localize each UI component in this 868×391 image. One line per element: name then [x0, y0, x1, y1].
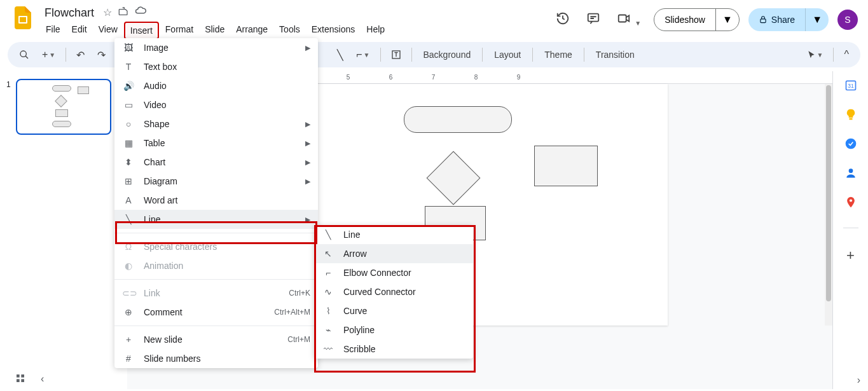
insert-item-word-art[interactable]: AWord art — [114, 191, 318, 210]
table-icon: ▦ — [122, 138, 135, 148]
doc-title[interactable]: Flowchart — [41, 5, 98, 21]
insert-item-new-slide[interactable]: +New slideCtrl+M — [114, 330, 318, 349]
undo-button[interactable]: ↶ — [71, 45, 90, 65]
insert-item-line[interactable]: ╲Line▶ — [114, 210, 318, 229]
insert-item-video[interactable]: ▭Video — [114, 95, 318, 114]
share-caret[interactable]: ▼ — [805, 8, 829, 31]
shape-diamond[interactable] — [427, 151, 481, 205]
svg-point-12 — [849, 199, 851, 202]
line-item-line[interactable]: ╲Line — [314, 225, 473, 244]
menu-edit[interactable]: Edit — [67, 22, 92, 39]
slideshow-button[interactable]: Slideshow — [654, 9, 715, 31]
slideshow-caret[interactable]: ▼ — [715, 9, 739, 31]
keep-app-icon[interactable] — [844, 108, 857, 121]
line-item-arrow[interactable]: ↖Arrow — [314, 244, 473, 263]
add-apps-icon[interactable]: + — [846, 247, 855, 264]
theme-button[interactable]: Theme — [538, 46, 579, 64]
contacts-app-icon[interactable] — [844, 167, 857, 179]
wordart-icon: A — [122, 195, 135, 205]
new-slide-button[interactable]: +▼ — [37, 45, 60, 64]
line-item-scribble[interactable]: 〰Scribble — [314, 340, 473, 359]
slides-logo[interactable] — [10, 5, 36, 31]
textbox-tool[interactable] — [386, 46, 406, 64]
collapse-icon[interactable]: ^ — [839, 45, 854, 64]
redo-button[interactable]: ↷ — [92, 45, 111, 65]
line-type-icon: 〰 — [322, 344, 334, 354]
insert-item-animation: ◐Animation — [114, 256, 318, 275]
menu-help[interactable]: Help — [361, 22, 390, 39]
search-icon[interactable] — [14, 46, 34, 64]
line-type-icon: ⌁ — [322, 325, 334, 335]
submenu-arrow-icon: ▶ — [305, 44, 310, 52]
calendar-app-icon[interactable]: 31 — [844, 79, 857, 92]
cloud-icon[interactable] — [135, 6, 146, 19]
menu-insert[interactable]: Insert — [124, 22, 159, 39]
star-icon[interactable]: ☆ — [103, 6, 112, 19]
prev-slide-icon[interactable]: ‹ — [41, 373, 44, 386]
anim-icon: ◐ — [122, 261, 135, 271]
menu-file[interactable]: File — [41, 22, 65, 39]
insert-item-comment[interactable]: ⊕CommentCtrl+Alt+M — [114, 303, 318, 322]
insert-item-chart[interactable]: ⬍Chart▶ — [114, 153, 318, 172]
menu-tools[interactable]: Tools — [274, 22, 305, 39]
submenu-arrow-icon: ▶ — [305, 216, 310, 224]
svg-rect-15 — [17, 379, 20, 382]
menu-arrange[interactable]: Arrange — [231, 22, 273, 39]
insert-item-slide-numbers[interactable]: #Slide numbers — [114, 349, 318, 368]
line-item-curved-connector[interactable]: ∿Curved Connector — [314, 282, 473, 301]
line-item-polyline[interactable]: ⌁Polyline — [314, 320, 473, 340]
svg-rect-9 — [849, 118, 852, 120]
slide-thumbnail-1[interactable] — [16, 79, 111, 135]
svg-rect-2 — [588, 14, 599, 22]
plus-icon: + — [122, 334, 135, 345]
maps-app-icon[interactable] — [844, 196, 857, 209]
chart-icon: ⬍ — [122, 157, 135, 167]
submenu-arrow-icon: ▶ — [305, 177, 310, 186]
insert-item-text-box[interactable]: TText box — [114, 57, 318, 76]
shape-rectangle[interactable] — [534, 146, 598, 186]
insert-item-audio[interactable]: 🔊Audio — [114, 76, 318, 95]
insert-item-special-characters: ΩSpecial characters — [114, 237, 318, 256]
shape-terminator[interactable] — [404, 106, 512, 133]
transition-button[interactable]: Transition — [589, 46, 641, 64]
line-item-curve[interactable]: ⌇Curve — [314, 301, 473, 320]
share-button[interactable]: Share — [748, 8, 805, 31]
svg-rect-3 — [619, 15, 626, 22]
history-icon[interactable] — [552, 8, 574, 32]
line-type-icon: ⌇ — [322, 306, 334, 316]
line-type-icon: ↖ — [322, 249, 334, 259]
insert-item-table[interactable]: ▦Table▶ — [114, 134, 318, 153]
menu-extensions[interactable]: Extensions — [307, 22, 360, 39]
background-button[interactable]: Background — [417, 46, 478, 64]
layout-button[interactable]: Layout — [488, 46, 527, 64]
move-icon[interactable] — [118, 6, 128, 19]
insert-item-link: ⊂⊃LinkCtrl+K — [114, 284, 318, 303]
cursor-mode[interactable]: ▼ — [802, 46, 829, 63]
insert-item-image[interactable]: 🖼Image▶ — [114, 38, 318, 57]
line-tool[interactable]: ╲ — [332, 45, 348, 65]
menu-format[interactable]: Format — [160, 22, 198, 39]
meet-icon[interactable]: ▼ — [613, 8, 645, 32]
diagram-icon: ⊞ — [122, 176, 135, 186]
insert-item-diagram[interactable]: ⊞Diagram▶ — [114, 172, 318, 191]
comments-icon[interactable] — [582, 8, 604, 32]
menu-slide[interactable]: Slide — [200, 22, 230, 39]
omega-icon: Ω — [122, 242, 135, 252]
explore-icon[interactable]: › — [857, 374, 860, 385]
shape-icon: ○ — [122, 119, 135, 129]
avatar[interactable]: S — [837, 10, 858, 30]
line-item-elbow-connector[interactable]: ⌐Elbow Connector — [314, 263, 473, 282]
video-icon: ▭ — [122, 100, 135, 110]
num-icon: # — [122, 353, 135, 364]
tasks-app-icon[interactable] — [844, 137, 857, 150]
ruler: 3 4 5 6 7 8 9 — [242, 71, 832, 84]
thumb-number: 1 — [6, 79, 11, 135]
vertical-scrollbar[interactable] — [825, 84, 832, 326]
grid-view-icon[interactable] — [15, 373, 25, 386]
connector-tool[interactable]: ⌐▼ — [351, 45, 375, 64]
text-icon: T — [122, 62, 135, 72]
line-type-icon: ⌐ — [322, 268, 334, 278]
svg-point-10 — [845, 139, 856, 149]
insert-item-shape[interactable]: ○Shape▶ — [114, 114, 318, 134]
menu-view[interactable]: View — [93, 22, 123, 39]
